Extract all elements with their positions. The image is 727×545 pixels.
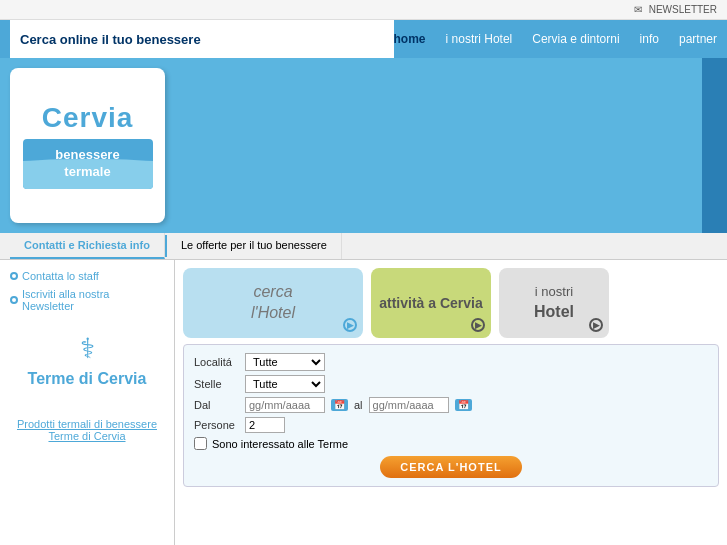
nav-info[interactable]: info <box>640 32 659 46</box>
bullet-icon <box>10 272 18 280</box>
nostri-hotel-text: i nostri Hotel <box>534 283 574 324</box>
right-blue-bar <box>702 58 727 233</box>
tab-offerte[interactable]: Le offerte per il tuo benessere <box>167 233 342 259</box>
main-content: Contatta lo staff Iscriviti alla nostra … <box>0 260 727 545</box>
nav-partner[interactable]: partner <box>679 32 717 46</box>
terme-check-row: Sono interessato alle Terme <box>194 437 708 450</box>
al-calendar-icon[interactable]: 📅 <box>455 399 472 411</box>
tabs-row: Contatti e Richiesta info Le offerte per… <box>0 233 727 260</box>
nav-home[interactable]: home <box>394 32 426 46</box>
newsletter-subscribe-link[interactable]: Iscriviti alla nostra Newsletter <box>10 288 164 312</box>
persone-input[interactable] <box>245 417 285 433</box>
cerca-hotel-arrow: ▶ <box>343 318 357 332</box>
al-label: al <box>354 399 363 411</box>
nostri-hotel-arrow: ▶ <box>589 318 603 332</box>
hero-area: Cervia benessere termale <box>0 58 727 233</box>
newsletter-label: NEWSLETTER <box>649 4 717 15</box>
terme-logo-area: ⚕ Terme di Cervia <box>10 332 164 388</box>
envelope-icon: ✉ <box>634 4 642 15</box>
terme-text: Terme di Cervia <box>28 370 147 388</box>
bullet-icon2 <box>10 296 18 304</box>
attivita-text: attività a Cervia <box>379 294 483 312</box>
stelle-label: Stelle <box>194 378 239 390</box>
stelle-row: Stelle Tutte <box>194 375 708 393</box>
localita-select[interactable]: Tutte <box>245 353 325 371</box>
cerca-hotel-text: cercal'Hotel <box>251 282 295 324</box>
search-boxes-row: cercal'Hotel ▶ attività a Cervia ▶ i nos… <box>183 268 719 338</box>
terme-icon: ⚕ <box>80 332 95 365</box>
center-content: cercal'Hotel ▶ attività a Cervia ▶ i nos… <box>175 260 727 545</box>
attivita-box[interactable]: attività a Cervia ▶ <box>371 268 491 338</box>
left-sidebar: Contatta lo staff Iscriviti alla nostra … <box>0 260 175 545</box>
contatta-staff-link[interactable]: Contatta lo staff <box>10 270 164 282</box>
localita-label: Localitá <box>194 356 239 368</box>
terme-checkbox[interactable] <box>194 437 207 450</box>
nav-links: home i nostri Hotel Cervia e dintorni in… <box>394 32 717 46</box>
prodotti-label: Prodotti termali di benessere <box>10 418 164 430</box>
date-row: Dal 📅 al 📅 <box>194 397 708 413</box>
dal-label: Dal <box>194 399 239 411</box>
terme-link-label: Terme di Cervia <box>10 430 164 442</box>
prodotti-link[interactable]: Prodotti termali di benessere Terme di C… <box>10 418 164 442</box>
dal-input[interactable] <box>245 397 325 413</box>
site-title: Cerca online il tuo benessere <box>10 20 394 58</box>
logo-box: Cervia benessere termale <box>10 68 165 223</box>
logo-wave-box: benessere termale <box>23 139 153 189</box>
stelle-select[interactable]: Tutte <box>245 375 325 393</box>
cerca-hotel-button[interactable]: CERCA L'HOTEL <box>380 456 521 478</box>
persone-row: Persone <box>194 417 708 433</box>
persone-label: Persone <box>194 419 239 431</box>
newsletter-link[interactable]: ✉ NEWSLETTER <box>634 4 717 15</box>
nav-cervia[interactable]: Cervia e dintorni <box>532 32 619 46</box>
contatta-label: Contatta lo staff <box>22 270 99 282</box>
logo-cervia-text: Cervia <box>42 102 134 134</box>
newsletter-sub-label: Iscriviti alla nostra Newsletter <box>22 288 164 312</box>
logo-benessere: benessere termale <box>55 147 119 181</box>
attivita-arrow: ▶ <box>471 318 485 332</box>
header-nav: Cerca online il tuo benessere home i nos… <box>0 20 727 58</box>
cerca-hotel-box[interactable]: cercal'Hotel ▶ <box>183 268 363 338</box>
nav-hotels[interactable]: i nostri Hotel <box>446 32 513 46</box>
search-form: Localitá Tutte Stelle Tutte Dal 📅 al 📅 <box>183 344 719 487</box>
top-bar: ✉ NEWSLETTER <box>0 0 727 20</box>
tab-contatti[interactable]: Contatti e Richiesta info <box>10 233 165 259</box>
nostri-hotel-box[interactable]: i nostri Hotel ▶ <box>499 268 609 338</box>
dal-calendar-icon[interactable]: 📅 <box>331 399 348 411</box>
al-input[interactable] <box>369 397 449 413</box>
localita-row: Localitá Tutte <box>194 353 708 371</box>
terme-checkbox-label: Sono interessato alle Terme <box>212 438 348 450</box>
